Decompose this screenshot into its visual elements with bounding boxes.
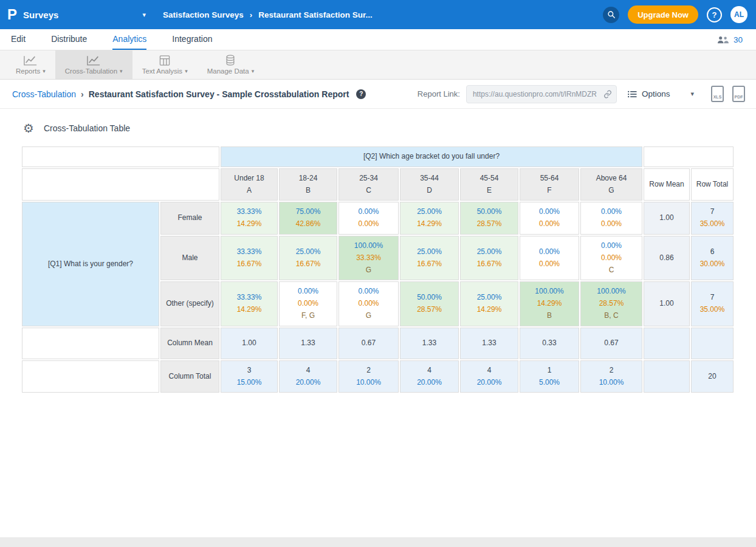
- report-breadcrumb: Cross-Tabulation › Restaurant Satisfacti…: [12, 89, 366, 99]
- row-total-header: Row Total: [691, 168, 734, 201]
- empty-cell: [691, 328, 734, 359]
- search-button[interactable]: [603, 7, 619, 23]
- respondents-indicator[interactable]: 30: [717, 29, 756, 50]
- age-column-header: Under 18A: [221, 168, 278, 201]
- crosstab-cell: 0.00%0.00%: [580, 202, 642, 235]
- report-link-label: Report Link:: [418, 89, 460, 98]
- app-switcher[interactable]: P Surveys ▾: [0, 0, 156, 29]
- crosstab-cell: 0.00%0.00%: [520, 236, 579, 280]
- chevron-right-icon: ›: [250, 10, 253, 19]
- report-actions: Report Link: Options ▾ XLS PDF: [418, 85, 745, 103]
- report-link-input[interactable]: [466, 85, 617, 103]
- age-column-header: 45-54E: [460, 168, 518, 201]
- help-icon: ?: [712, 10, 717, 19]
- link-icon[interactable]: [603, 90, 612, 98]
- crosstab-cell: 33.33%16.67%: [221, 236, 278, 280]
- toolbar-item-manage-data[interactable]: Manage Data▾: [198, 50, 264, 79]
- people-icon: [717, 36, 729, 44]
- row-mean-cell: 0.86: [644, 236, 690, 280]
- breadcrumb: Satisfaction Surveys › Restaurant Satisf…: [163, 10, 373, 19]
- q1-question-header: [Q1] What is your gender?: [22, 202, 159, 326]
- database-icon: [225, 55, 235, 66]
- topbar: P Surveys ▾ Satisfaction Surveys › Resta…: [0, 0, 756, 29]
- gender-row-label: Other (specify): [160, 281, 219, 326]
- crosstab-cell: 25.00%16.67%: [279, 236, 337, 280]
- tab-integration[interactable]: Integration: [172, 29, 212, 50]
- pdf-label: PDF: [735, 95, 743, 99]
- column-mean-cell: 1.33: [400, 328, 459, 359]
- table-grid-icon: [159, 55, 170, 66]
- crosstab-cell: 25.00%16.67%: [460, 236, 518, 280]
- crosstab-cell: 50.00%28.57%: [460, 202, 518, 235]
- age-column-header: 55-64F: [520, 168, 579, 201]
- column-mean-cell: 1.00: [221, 328, 278, 359]
- column-mean-label: Column Mean: [160, 328, 219, 359]
- search-icon: [607, 10, 616, 19]
- avatar[interactable]: AL: [730, 6, 747, 23]
- column-mean-cell: 0.67: [580, 328, 642, 359]
- column-total-cell: 15.00%: [520, 360, 579, 393]
- chevron-down-icon: ▾: [120, 68, 123, 74]
- row-total-cell: 735.00%: [691, 202, 734, 235]
- chevron-down-icon: ▾: [185, 68, 188, 74]
- row-total-cell: 630.00%: [691, 236, 734, 280]
- crosstab-breadcrumb-link[interactable]: Cross-Tabulation: [12, 89, 76, 99]
- column-total-cell: 315.00%: [221, 360, 278, 393]
- column-mean-cell: 1.33: [460, 328, 518, 359]
- section-title: Cross-Tabulation Table: [44, 123, 130, 133]
- report-title: Restaurant Satisfaction Survey - Sample …: [89, 89, 349, 99]
- product-name: Surveys: [23, 10, 58, 20]
- breadcrumb-parent[interactable]: Satisfaction Surveys: [163, 10, 244, 19]
- column-mean-cell: 1.33: [279, 328, 337, 359]
- age-column-header: 25-34C: [338, 168, 399, 201]
- toolbar-item-text-analysis[interactable]: Text Analysis▾: [132, 50, 198, 79]
- crosstab-cell: 100.00%14.29%B: [520, 281, 579, 326]
- toolbar-item-label: Text Analysis: [142, 67, 182, 75]
- chevron-down-icon: ▾: [252, 68, 255, 74]
- chevron-down-icon: ▾: [690, 90, 694, 98]
- column-total-label: Column Total: [160, 360, 219, 393]
- line-chart-icon: [24, 55, 37, 66]
- breadcrumb-current: Restaurant Satisfaction Sur...: [258, 10, 373, 19]
- toolbar-item-label: Reports: [16, 67, 40, 75]
- analytics-toolbar: Reports▾ Cross-Tabulation▾ Text Analysis…: [0, 50, 756, 80]
- age-column-header: 35-44D: [400, 168, 459, 201]
- xls-label: XLS: [713, 95, 722, 99]
- toolbar-item-cross-tabulation[interactable]: Cross-Tabulation▾: [55, 50, 132, 79]
- report-help-button[interactable]: ?: [356, 89, 366, 99]
- upgrade-button[interactable]: Upgrade Now: [628, 5, 698, 24]
- toolbar-item-reports[interactable]: Reports▾: [6, 50, 55, 79]
- report-header: Cross-Tabulation › Restaurant Satisfacti…: [0, 80, 756, 109]
- row-total-cell: 735.00%: [691, 281, 734, 326]
- crosstab-cell: 25.00%16.67%: [400, 236, 459, 280]
- options-dropdown[interactable]: Options ▾: [628, 89, 694, 98]
- toolbar-item-label: Manage Data: [207, 67, 249, 75]
- tab-distribute[interactable]: Distribute: [51, 29, 87, 50]
- gear-icon[interactable]: ⚙: [23, 121, 34, 136]
- survey-nav: Edit Distribute Analytics Integration 30: [0, 29, 756, 50]
- column-total-cell: 210.00%: [580, 360, 642, 393]
- help-button[interactable]: ?: [707, 7, 722, 22]
- options-label: Options: [642, 89, 670, 98]
- chevron-down-icon: ▾: [142, 11, 146, 19]
- section-header: ⚙ Cross-Tabulation Table: [0, 109, 756, 140]
- column-total-cell: 210.00%: [338, 360, 399, 393]
- crosstab-cell: 25.00%14.29%: [400, 202, 459, 235]
- crosstab-cell: 0.00%0.00%: [520, 202, 579, 235]
- tab-edit[interactable]: Edit: [11, 29, 26, 50]
- chevron-down-icon: ▾: [43, 68, 46, 74]
- table-row: [Q1] What is your gender?Female33.33%14.…: [22, 202, 734, 235]
- age-column-header: Above 64G: [580, 168, 642, 201]
- export-xls-icon[interactable]: XLS: [711, 86, 724, 102]
- crosstab-cell: 33.33%14.29%: [221, 281, 278, 326]
- chevron-right-icon: ›: [81, 89, 84, 99]
- crosstab-cell: 0.00%0.00%G: [338, 281, 399, 326]
- tab-analytics[interactable]: Analytics: [112, 29, 146, 50]
- questionpro-logo-icon: P: [7, 7, 17, 22]
- row-mean-cell: 1.00: [644, 202, 690, 235]
- line-chart-icon: [87, 55, 100, 66]
- gender-row-label: Female: [160, 202, 219, 235]
- export-buttons: XLS PDF: [711, 86, 745, 102]
- export-pdf-icon[interactable]: PDF: [732, 86, 745, 102]
- column-total-cell: 420.00%: [279, 360, 337, 393]
